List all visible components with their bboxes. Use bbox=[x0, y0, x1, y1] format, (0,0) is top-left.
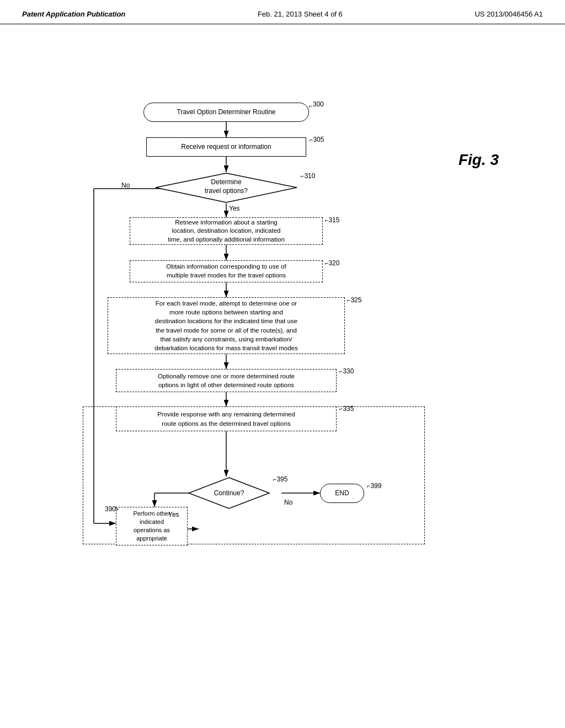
header-left: Patent Application Publication bbox=[22, 10, 125, 18]
flowchart: Travel Option Determiner Routine 300 ⌐ R… bbox=[44, 90, 519, 670]
ref-300: 300 bbox=[313, 100, 324, 108]
label-yes-395: Yes bbox=[168, 511, 179, 518]
node-320: Obtain information corresponding to use … bbox=[130, 260, 323, 282]
svg-text:Continue?: Continue? bbox=[214, 489, 244, 497]
label-no-395: No bbox=[284, 499, 292, 506]
node-end: END bbox=[320, 484, 364, 503]
ref-305: ⌐305 bbox=[310, 136, 324, 143]
ref-320: ⌐320 bbox=[325, 259, 339, 267]
label-no-310: No bbox=[121, 181, 130, 189]
label-yes-310: Yes bbox=[229, 205, 240, 212]
header-right: US 2013/0046456 A1 bbox=[475, 10, 543, 18]
ref-399: ⌐399 bbox=[367, 482, 381, 490]
ref-325: ⌐325 bbox=[347, 296, 361, 304]
page-header: Patent Application Publication Feb. 21, … bbox=[0, 0, 565, 24]
node-395: Continue? bbox=[188, 477, 270, 510]
node-330: Optionally remove one or more determined… bbox=[116, 369, 337, 392]
start-node: Travel Option Determiner Routine bbox=[143, 103, 309, 122]
node-305: Receive request or information bbox=[146, 137, 306, 157]
svg-text:Determine: Determine bbox=[211, 178, 242, 186]
ref-395: ⌐395 bbox=[273, 475, 287, 483]
node-325: For each travel mode, attempt to determi… bbox=[108, 297, 345, 354]
main-content: Fig. 3 bbox=[0, 24, 565, 697]
ref-tick-300: ⌐ bbox=[309, 103, 312, 109]
svg-text:travel options?: travel options? bbox=[205, 187, 248, 195]
header-center: Feb. 21, 2013 Sheet 4 of 6 bbox=[258, 10, 343, 18]
ref-335: ⌐335 bbox=[339, 405, 354, 413]
node-315: Retrieve information about a startingloc… bbox=[130, 217, 323, 245]
ref-315: ⌐315 bbox=[325, 216, 339, 224]
ref-310: ⌐310 bbox=[301, 172, 315, 180]
ref-330: ⌐330 bbox=[339, 367, 354, 375]
node-335: Provide response with any remaining dete… bbox=[116, 406, 337, 431]
node-310: Determine travel options? bbox=[154, 172, 298, 204]
